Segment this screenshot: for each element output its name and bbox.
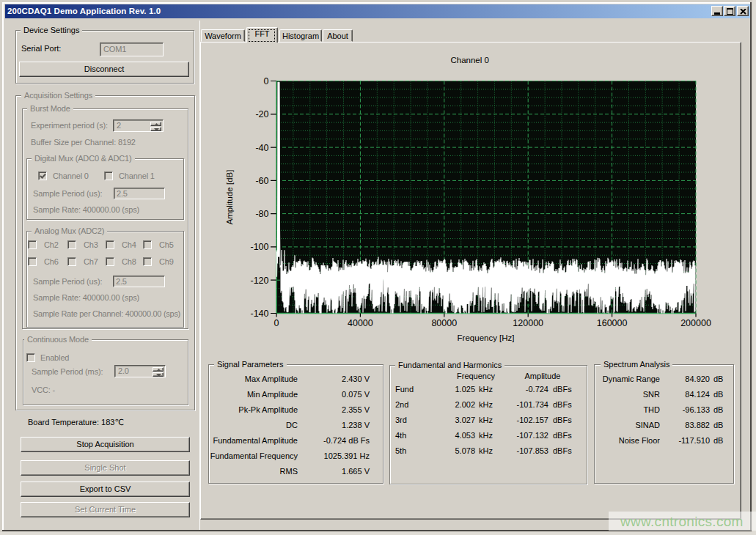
svg-text:160000: 160000 <box>597 318 628 328</box>
svg-text:-40: -40 <box>255 143 268 153</box>
svg-text:0: 0 <box>274 318 279 328</box>
svg-text:Frequency [Hz]: Frequency [Hz] <box>458 333 515 342</box>
svg-text:0: 0 <box>264 76 269 86</box>
svg-text:80000: 80000 <box>431 318 457 328</box>
svg-text:Amplitude [dB]: Amplitude [dB] <box>225 170 234 225</box>
svg-text:-120: -120 <box>250 276 268 286</box>
svg-text:-60: -60 <box>255 176 268 186</box>
svg-text:-80: -80 <box>255 209 268 219</box>
svg-text:120000: 120000 <box>513 318 543 328</box>
svg-text:200000: 200000 <box>680 318 711 328</box>
svg-text:Channel 0: Channel 0 <box>450 56 488 64</box>
svg-text:40000: 40000 <box>348 318 373 328</box>
svg-text:-100: -100 <box>250 242 268 252</box>
svg-text:-20: -20 <box>255 109 268 119</box>
svg-text:-140: -140 <box>250 309 268 319</box>
